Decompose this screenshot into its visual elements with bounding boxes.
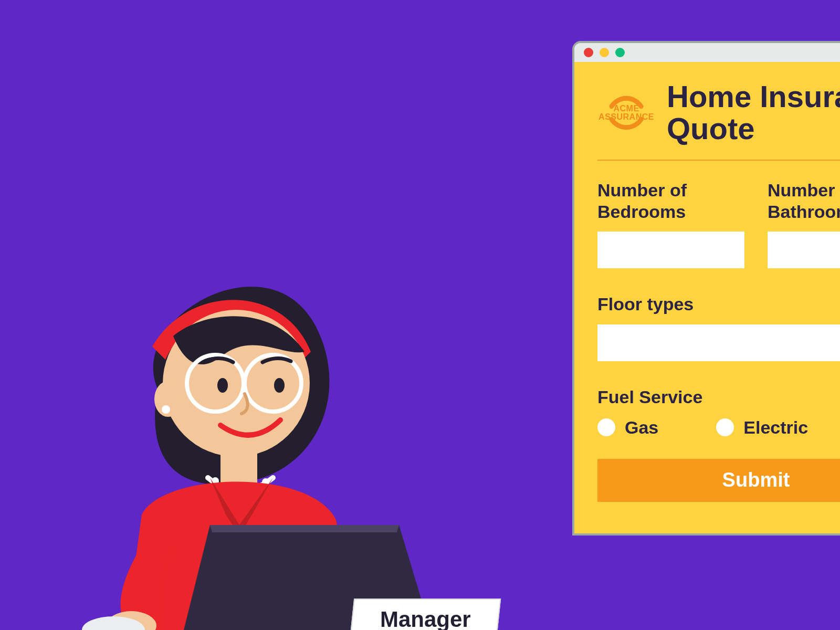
floor-types-input[interactable] (597, 324, 840, 361)
manager-illustration: Manager (63, 252, 494, 630)
minimize-icon[interactable] (600, 48, 609, 57)
bathrooms-input[interactable] (768, 232, 840, 268)
svg-rect-8 (220, 452, 257, 483)
submit-button[interactable]: Submit (597, 459, 840, 502)
svg-point-7 (274, 378, 285, 393)
fuel-option-electric[interactable]: Electric (716, 417, 808, 438)
radio-icon (716, 418, 734, 436)
bathrooms-label: Number of Bathrooms (768, 180, 840, 223)
form-title: Home Insurance Quote (667, 81, 840, 145)
window-title-bar (574, 43, 840, 62)
bedrooms-label: Number of Bedrooms (597, 180, 744, 223)
logo-text-line1: ACME (598, 104, 654, 113)
maximize-icon[interactable] (615, 48, 625, 57)
nameplate: Manager (350, 598, 501, 630)
nameplate-label: Manager (380, 607, 471, 630)
close-icon[interactable] (584, 48, 593, 57)
fuel-service-label: Fuel Service (597, 386, 840, 408)
svg-point-6 (217, 378, 228, 393)
svg-point-2 (162, 405, 170, 414)
fuel-gas-label: Gas (625, 417, 658, 438)
fuel-electric-label: Electric (743, 417, 808, 438)
fuel-option-gas[interactable]: Gas (597, 417, 658, 438)
logo-text-line2: ASSURANCE (598, 113, 654, 121)
acme-assurance-logo: ACME ASSURANCE (597, 90, 655, 136)
radio-icon (597, 418, 615, 436)
bedrooms-input[interactable] (597, 232, 744, 268)
floor-types-label: Floor types (597, 293, 840, 315)
quote-form-window: ACME ASSURANCE Home Insurance Quote Numb… (572, 41, 840, 536)
